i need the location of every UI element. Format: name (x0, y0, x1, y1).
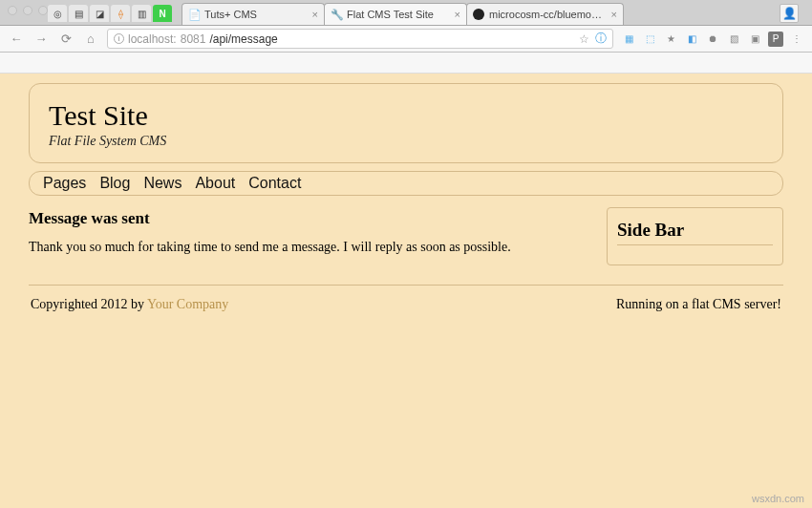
site-nav: Pages Blog News About Contact (29, 171, 783, 196)
nav-about[interactable]: About (195, 175, 235, 192)
profile-button[interactable]: 👤 (780, 4, 799, 23)
extension-icon[interactable]: ▣ (747, 32, 762, 47)
back-button[interactable]: ← (8, 31, 25, 48)
window-controls (8, 6, 48, 15)
content-area: Message was sent Thank you so much for t… (29, 207, 783, 286)
site-header: Test Site Flat File System CMS (29, 83, 783, 163)
svg-point-0 (473, 9, 484, 20)
star-icon[interactable]: ☆ (579, 32, 589, 46)
extension-icon[interactable]: ▦ (621, 32, 636, 47)
extension-icon[interactable]: ▧ (726, 32, 741, 47)
message-body: Thank you so much for taking time to sen… (29, 240, 588, 255)
bookmarks-bar (0, 53, 812, 74)
pinned-tab[interactable]: N (153, 5, 172, 22)
url-port: 8081 (181, 32, 206, 46)
extension-icon[interactable]: ◧ (684, 32, 699, 47)
site-title: Test Site (49, 99, 763, 132)
forward-button[interactable]: → (32, 31, 50, 48)
copyright-text: Copyrighted 2012 by (31, 297, 147, 311)
reload-button[interactable]: ⟳ (57, 31, 75, 48)
site-subtitle: Flat File System CMS (49, 134, 763, 149)
pinned-tab[interactable]: ▥ (132, 5, 151, 22)
window-maximize[interactable] (38, 6, 48, 15)
pinned-tabs: ◎ ▤ ◪ ⟠ ▥ N (48, 5, 182, 25)
site-container: Test Site Flat File System CMS Pages Blo… (29, 83, 783, 318)
tab-close-icon[interactable]: × (455, 9, 460, 20)
info-icon: i (114, 33, 124, 44)
menu-icon[interactable]: ⋮ (789, 32, 804, 47)
tab-favicon-icon: 📄 (188, 9, 200, 20)
message-heading: Message was sent (29, 209, 588, 228)
info-icon[interactable]: ⓘ (595, 31, 607, 47)
browser-tab-active[interactable]: 🔧 Flat CMS Test Site × (324, 3, 467, 25)
pinned-tab[interactable]: ⟠ (111, 5, 130, 22)
url-host: localhost: (128, 32, 177, 46)
toolbar: ← → ⟳ ⌂ i localhost:8081/api/message ☆ ⓘ… (0, 26, 812, 53)
tab-favicon-icon: 🔧 (331, 9, 342, 20)
viewport: Test Site Flat File System CMS Pages Blo… (0, 74, 812, 508)
tab-title: Tuts+ CMS (204, 9, 308, 20)
github-icon (473, 9, 484, 20)
nav-pages[interactable]: Pages (43, 175, 86, 192)
browser-tab[interactable]: microcosm-cc/bluemonday: bl × (466, 3, 624, 25)
browser-tab[interactable]: 📄 Tuts+ CMS × (182, 3, 325, 25)
footer: Copyrighted 2012 by Your Company Running… (29, 291, 783, 318)
watermark: wsxdn.com (752, 493, 804, 504)
company-link[interactable]: Your Company (147, 297, 228, 311)
pinned-tab[interactable]: ▤ (69, 5, 88, 22)
nav-news[interactable]: News (143, 175, 182, 192)
extension-icon[interactable]: ★ (663, 32, 678, 47)
window-minimize[interactable] (23, 6, 32, 15)
sidebar: Side Bar (607, 207, 783, 265)
footer-left: Copyrighted 2012 by Your Company (31, 297, 228, 312)
extension-icon[interactable]: ⏺ (705, 32, 720, 47)
sidebar-title: Side Bar (617, 220, 773, 245)
tab-close-icon[interactable]: × (611, 9, 617, 20)
nav-blog[interactable]: Blog (99, 175, 130, 192)
extension-icon[interactable]: P (768, 32, 783, 47)
home-button[interactable]: ⌂ (82, 31, 99, 48)
tab-strip: ◎ ▤ ◪ ⟠ ▥ N 📄 Tuts+ CMS × 🔧 Flat CMS Tes… (0, 0, 812, 26)
extensions: ▦ ⬚ ★ ◧ ⏺ ▧ ▣ P ⋮ (621, 32, 804, 47)
person-icon: 👤 (782, 7, 797, 20)
pinned-tab[interactable]: ◪ (90, 5, 109, 22)
pinned-tab[interactable]: ◎ (48, 5, 67, 22)
browser-chrome: ◎ ▤ ◪ ⟠ ▥ N 📄 Tuts+ CMS × 🔧 Flat CMS Tes… (0, 0, 812, 74)
tab-close-icon[interactable]: × (312, 9, 318, 20)
main-content: Message was sent Thank you so much for t… (29, 207, 588, 265)
tab-title: Flat CMS Test Site (347, 9, 450, 20)
footer-right: Running on a flat CMS server! (616, 297, 781, 312)
address-bar[interactable]: i localhost:8081/api/message ☆ ⓘ (107, 29, 613, 49)
extension-icon[interactable]: ⬚ (642, 32, 657, 47)
tab-title: microcosm-cc/bluemonday: bl (489, 9, 607, 20)
nav-contact[interactable]: Contact (248, 175, 301, 192)
window-close[interactable] (8, 6, 17, 15)
url-path: /api/message (209, 32, 277, 46)
